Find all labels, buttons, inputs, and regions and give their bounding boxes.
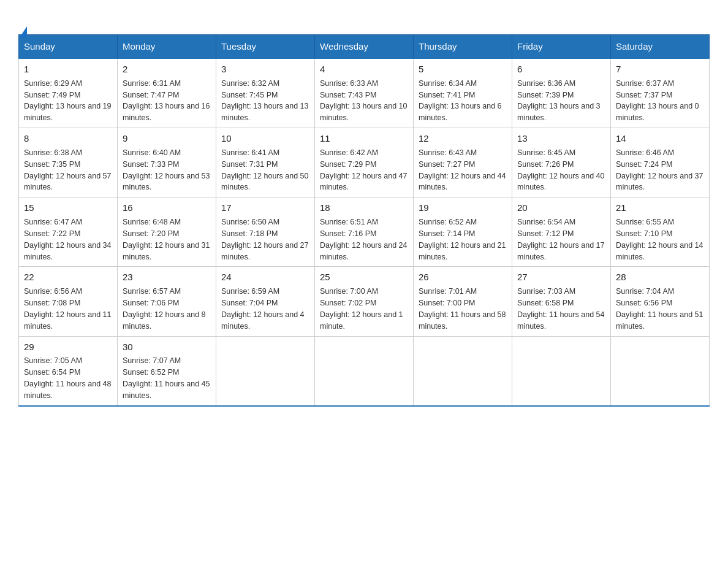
day-info: Sunrise: 6:48 AMSunset: 7:20 PMDaylight:… [123,218,210,261]
day-info: Sunrise: 6:40 AMSunset: 7:33 PMDaylight:… [123,148,210,192]
calendar-day-cell [611,336,710,406]
day-info: Sunrise: 6:57 AMSunset: 7:06 PMDaylight:… [123,287,206,331]
calendar-day-cell: 19 Sunrise: 6:52 AMSunset: 7:14 PMDaylig… [414,197,512,267]
calendar-day-cell [414,336,512,406]
calendar-header-tuesday: Tuesday [216,35,315,59]
day-info: Sunrise: 7:07 AMSunset: 6:52 PMDaylight:… [123,356,210,400]
calendar-day-cell: 15 Sunrise: 6:47 AMSunset: 7:22 PMDaylig… [19,197,118,267]
day-info: Sunrise: 6:43 AMSunset: 7:27 PMDaylight:… [419,148,506,192]
day-number: 24 [221,270,309,284]
day-info: Sunrise: 6:32 AMSunset: 7:45 PMDaylight:… [221,79,308,123]
calendar-day-cell: 27 Sunrise: 7:03 AMSunset: 6:58 PMDaylig… [512,267,611,336]
calendar-day-cell [315,336,414,406]
calendar-day-cell: 8 Sunrise: 6:38 AMSunset: 7:35 PMDayligh… [19,128,118,197]
calendar-day-cell: 13 Sunrise: 6:45 AMSunset: 7:26 PMDaylig… [512,128,611,197]
calendar-day-cell: 29 Sunrise: 7:05 AMSunset: 6:54 PMDaylig… [19,336,118,406]
calendar-day-cell [512,336,611,406]
calendar-week-row: 1 Sunrise: 6:29 AMSunset: 7:49 PMDayligh… [19,58,710,128]
day-info: Sunrise: 6:54 AMSunset: 7:12 PMDaylight:… [517,218,604,261]
day-number: 1 [24,63,112,76]
calendar-day-cell: 10 Sunrise: 6:41 AMSunset: 7:31 PMDaylig… [216,128,315,197]
day-number: 27 [517,270,605,284]
day-number: 18 [320,201,408,215]
calendar-day-cell: 23 Sunrise: 6:57 AMSunset: 7:06 PMDaylig… [118,267,216,336]
calendar-day-cell: 16 Sunrise: 6:48 AMSunset: 7:20 PMDaylig… [118,197,216,267]
day-number: 22 [24,270,112,284]
calendar-day-cell: 9 Sunrise: 6:40 AMSunset: 7:33 PMDayligh… [118,128,216,197]
calendar-day-cell: 4 Sunrise: 6:33 AMSunset: 7:43 PMDayligh… [315,58,414,128]
calendar-week-row: 8 Sunrise: 6:38 AMSunset: 7:35 PMDayligh… [19,128,710,197]
calendar-day-cell: 21 Sunrise: 6:55 AMSunset: 7:10 PMDaylig… [611,197,710,267]
calendar-header-sunday: Sunday [19,35,118,59]
calendar-day-cell: 24 Sunrise: 6:59 AMSunset: 7:04 PMDaylig… [216,267,315,336]
day-number: 9 [123,132,211,145]
day-number: 21 [616,201,704,215]
calendar-week-row: 29 Sunrise: 7:05 AMSunset: 6:54 PMDaylig… [19,336,710,406]
day-info: Sunrise: 7:05 AMSunset: 6:54 PMDaylight:… [24,356,111,400]
day-number: 12 [419,132,507,145]
day-number: 20 [517,201,605,215]
calendar-day-cell: 20 Sunrise: 6:54 AMSunset: 7:12 PMDaylig… [512,197,611,267]
day-info: Sunrise: 6:36 AMSunset: 7:39 PMDaylight:… [517,79,601,123]
day-number: 23 [123,270,211,284]
day-info: Sunrise: 6:52 AMSunset: 7:14 PMDaylight:… [419,218,506,261]
day-number: 28 [616,270,704,284]
day-number: 16 [123,201,211,215]
day-number: 10 [221,132,309,145]
calendar-day-cell [216,336,315,406]
calendar-day-cell: 17 Sunrise: 6:50 AMSunset: 7:18 PMDaylig… [216,197,315,267]
day-number: 14 [616,132,704,145]
day-number: 5 [419,63,507,76]
calendar-day-cell: 3 Sunrise: 6:32 AMSunset: 7:45 PMDayligh… [216,58,315,128]
calendar-header-row: SundayMondayTuesdayWednesdayThursdayFrid… [19,35,710,59]
day-number: 8 [24,132,112,145]
calendar-day-cell: 22 Sunrise: 6:56 AMSunset: 7:08 PMDaylig… [19,267,118,336]
calendar-header-saturday: Saturday [611,35,710,59]
day-info: Sunrise: 7:01 AMSunset: 7:00 PMDaylight:… [419,287,506,331]
day-info: Sunrise: 6:33 AMSunset: 7:43 PMDaylight:… [320,79,407,123]
calendar-day-cell: 25 Sunrise: 7:00 AMSunset: 7:02 PMDaylig… [315,267,414,336]
day-info: Sunrise: 7:03 AMSunset: 6:58 PMDaylight:… [517,287,604,331]
day-info: Sunrise: 6:29 AMSunset: 7:49 PMDaylight:… [24,79,111,123]
calendar-day-cell: 1 Sunrise: 6:29 AMSunset: 7:49 PMDayligh… [19,58,118,128]
day-number: 11 [320,132,408,145]
calendar-day-cell: 7 Sunrise: 6:37 AMSunset: 7:37 PMDayligh… [611,58,710,128]
day-info: Sunrise: 6:38 AMSunset: 7:35 PMDaylight:… [24,148,111,192]
day-info: Sunrise: 6:46 AMSunset: 7:24 PMDaylight:… [616,148,703,192]
day-info: Sunrise: 6:51 AMSunset: 7:16 PMDaylight:… [320,218,407,261]
calendar-day-cell: 6 Sunrise: 6:36 AMSunset: 7:39 PMDayligh… [512,58,611,128]
day-number: 6 [517,63,605,76]
day-number: 30 [123,340,211,354]
day-info: Sunrise: 6:47 AMSunset: 7:22 PMDaylight:… [24,218,111,261]
calendar-day-cell: 2 Sunrise: 6:31 AMSunset: 7:47 PMDayligh… [118,58,216,128]
logo-triangle-icon [20,16,27,37]
day-number: 4 [320,63,408,76]
day-info: Sunrise: 6:37 AMSunset: 7:37 PMDaylight:… [616,79,699,123]
calendar-day-cell: 12 Sunrise: 6:43 AMSunset: 7:27 PMDaylig… [414,128,512,197]
calendar-day-cell: 14 Sunrise: 6:46 AMSunset: 7:24 PMDaylig… [611,128,710,197]
calendar-day-cell: 5 Sunrise: 6:34 AMSunset: 7:41 PMDayligh… [414,58,512,128]
calendar-day-cell: 26 Sunrise: 7:01 AMSunset: 7:00 PMDaylig… [414,267,512,336]
day-number: 19 [419,201,507,215]
calendar-week-row: 15 Sunrise: 6:47 AMSunset: 7:22 PMDaylig… [19,197,710,267]
day-number: 17 [221,201,309,215]
calendar-day-cell: 11 Sunrise: 6:42 AMSunset: 7:29 PMDaylig… [315,128,414,197]
day-number: 26 [419,270,507,284]
calendar-day-cell: 28 Sunrise: 7:04 AMSunset: 6:56 PMDaylig… [611,267,710,336]
day-info: Sunrise: 7:00 AMSunset: 7:02 PMDaylight:… [320,287,403,331]
day-info: Sunrise: 6:50 AMSunset: 7:18 PMDaylight:… [221,218,308,261]
calendar-header-friday: Friday [512,35,611,59]
day-info: Sunrise: 7:04 AMSunset: 6:56 PMDaylight:… [616,287,703,331]
logo [18,12,27,28]
day-info: Sunrise: 6:45 AMSunset: 7:26 PMDaylight:… [517,148,604,192]
calendar-table: SundayMondayTuesdayWednesdayThursdayFrid… [18,34,710,407]
day-number: 7 [616,63,704,76]
page-header [18,12,710,28]
day-info: Sunrise: 6:34 AMSunset: 7:41 PMDaylight:… [419,79,502,123]
logo-wordmark [18,12,27,28]
day-info: Sunrise: 6:55 AMSunset: 7:10 PMDaylight:… [616,218,703,261]
day-info: Sunrise: 6:31 AMSunset: 7:47 PMDaylight:… [123,79,210,123]
day-info: Sunrise: 6:42 AMSunset: 7:29 PMDaylight:… [320,148,407,192]
day-number: 3 [221,63,309,76]
calendar-header-wednesday: Wednesday [315,35,414,59]
